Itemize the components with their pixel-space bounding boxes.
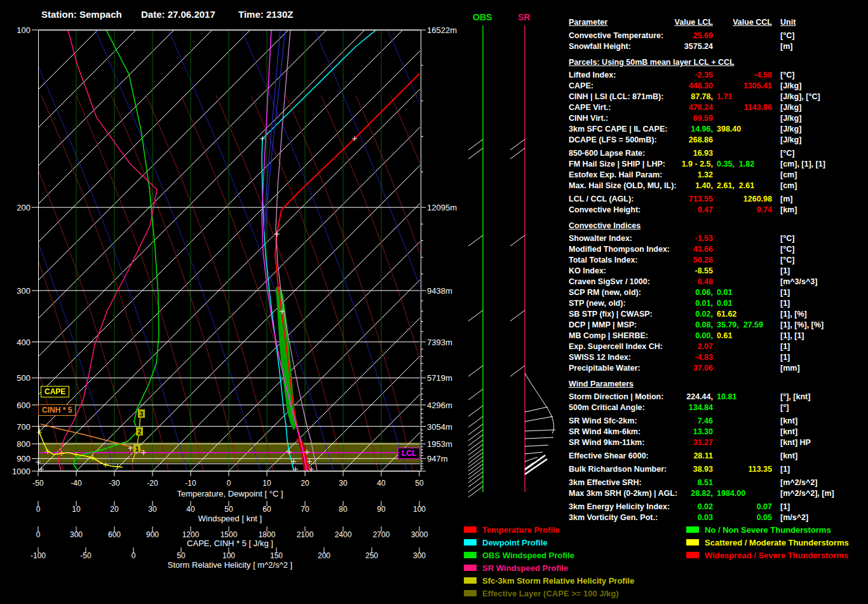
unit-label: [1], [%], [%]: [780, 320, 824, 331]
value-lcl: -1.53: [569, 233, 713, 244]
axis-tick-label: -30: [100, 479, 128, 488]
value-lcl: 1.32: [569, 170, 713, 181]
table-row: 500m Critical Angle:134.84[°]: [569, 402, 868, 413]
axis-tick-label: 30: [139, 505, 166, 514]
table-row: MB Comp | SHERBE:0.00,0.61[1], [1]: [569, 331, 868, 341]
value-lcl: 8.51: [569, 477, 713, 488]
value-lcl: 7.46: [569, 416, 713, 427]
wind-barb: [510, 310, 525, 321]
legend-item: Dewpoint Profile: [464, 536, 634, 549]
value-ccl: 0.07: [569, 502, 772, 512]
unit-label: [°C]: [780, 233, 794, 244]
table-row: Convective Temperature:25.69[°C]: [569, 31, 868, 41]
value-extra: 398.40: [717, 124, 741, 135]
legend-item: OBS Windspeed Profile: [464, 549, 634, 561]
axis-tick-label: 10: [253, 479, 281, 488]
value-lcl: 0.08,: [569, 320, 713, 331]
table-row: Bulk Richardson Number:38.93113.35[1]: [569, 464, 868, 475]
axis-tick-label: 600: [100, 530, 128, 539]
axis-tick-label: 50: [215, 505, 243, 514]
cinh-label-box: CINH * 5: [38, 404, 76, 416]
sr-hodo-arc: [525, 373, 553, 434]
adiabat-line: [496, 95, 566, 471]
table-header-row: ParameterValue LCLValue CCLUnit: [569, 17, 868, 28]
legend-swatch: [464, 539, 477, 546]
pressure-axis-label: 100: [9, 25, 31, 35]
table-row: Max 3km SRH (0-2km) | AGL:28.82,1984.00[…: [569, 488, 868, 499]
unit-label: [1]: [780, 502, 790, 512]
value-lcl: 50.26: [569, 255, 713, 266]
legend-label: Temperature Profile: [482, 525, 560, 535]
sounding-app: Station: Sempach Date: 27.06.2017 Time: …: [0, 0, 868, 604]
table-row: Total Totals Index:50.26[°C]: [569, 255, 868, 266]
axis-tick-label: 20: [291, 479, 319, 488]
value-lcl: -8.55: [569, 266, 713, 277]
value-ccl: 0.05: [569, 512, 772, 523]
axis-tick-label: 40: [177, 505, 205, 514]
sr-fan-barb: [525, 407, 548, 412]
legend-swatch: [464, 577, 477, 584]
axis-tick-label: 2400: [329, 530, 357, 539]
value-lcl: 31.27: [569, 437, 713, 448]
lcl-label-box: LCL: [398, 448, 420, 459]
axis-tick-label: 1800: [253, 530, 281, 539]
table-row: 3km Energy Helicity Index:0.020.07[1]: [569, 502, 868, 512]
legend-item: Temperature Profile: [464, 523, 634, 536]
value-ccl: 1260.98: [569, 194, 772, 205]
value-ccl: -4.58: [569, 70, 772, 81]
adiabat-line: [426, 95, 553, 471]
legend-label: Dewpoint Profile: [482, 538, 548, 547]
adiabat-line: [251, 95, 378, 471]
legend-label: Effective Layer (CAPE >= 100 J/kg): [482, 589, 619, 598]
unit-label: [cm]: [780, 170, 797, 181]
value-lcl: 87.78,: [569, 92, 713, 102]
legend-swatch: [464, 565, 477, 571]
axis-tick-label: 0: [215, 479, 243, 488]
axis-tick-label: 150: [262, 551, 290, 560]
legend-label: SR Windspeed Profile: [482, 563, 568, 573]
svg-text:1: 1: [135, 446, 139, 453]
value-extra: 0.01: [717, 287, 732, 298]
adiabat-line: [391, 95, 518, 471]
adiabat-line: [146, 95, 273, 471]
obs-column-header: OBS: [473, 12, 492, 22]
unit-label: [knt] HP: [780, 437, 811, 448]
value-extra: 0.35, 1.82: [717, 159, 754, 170]
height-axis-label: 9438m: [427, 286, 452, 296]
table-row: Precipitable Water:37.06[mm]: [569, 363, 868, 374]
value-extra: 2.61, 2.61: [717, 181, 754, 191]
wind-barb: [468, 139, 483, 150]
value-lcl: 1.40,: [569, 181, 713, 191]
table-row: CAPE:448.301305.41[J/kg]: [569, 81, 868, 92]
legend-swatch: [686, 552, 699, 558]
value-extra: 0.61: [717, 331, 732, 341]
height-axis-label: 5719m: [427, 373, 452, 383]
unit-label: [J/kg]: [780, 124, 801, 135]
value-ccl: 1305.41: [569, 81, 772, 92]
table-row: SWISS 12 Index:-4.83[1]: [569, 352, 868, 363]
sr-fan-barb: [525, 430, 555, 431]
wind-barb: [468, 435, 483, 446]
wind-barb: [468, 430, 483, 441]
value-lcl: 37.06: [569, 363, 713, 374]
severity-legend: No / Non Severe ThunderstormsScattered /…: [686, 523, 849, 561]
axis-tick-label: 60: [253, 505, 281, 514]
height-axis-label: 947m: [427, 454, 448, 463]
value-lcl: 224.44,: [569, 392, 713, 402]
axis-tick-label: 50: [167, 551, 195, 560]
legend-label: No / Non Severe Thunderstorms: [705, 525, 831, 535]
value-lcl: 28.11: [569, 451, 713, 462]
sr-fan-barb: [525, 445, 548, 446]
blue-grid-line: [461, 30, 566, 471]
unit-label: [m]: [780, 194, 792, 205]
table-row: DCP | MMP | MSP:0.08,35.79, 27.59[1], [%…: [569, 320, 868, 331]
unit-label: [1]: [780, 298, 790, 309]
table-section-heading: Convective Indices: [569, 221, 868, 231]
wind-barb: [468, 444, 483, 455]
unit-label: [m^2/s^2], [m]: [780, 488, 834, 499]
value-lcl: 16.93: [569, 148, 713, 159]
axis-tick-label: 250: [358, 551, 386, 560]
table-row: Craven SigSvr / 1000:6.48[m^3/s^3]: [569, 277, 868, 287]
table-row: Max. Hail Size (OLD, MU, IL):1.40,2.61, …: [569, 181, 868, 191]
adiabat-line: [111, 95, 238, 471]
